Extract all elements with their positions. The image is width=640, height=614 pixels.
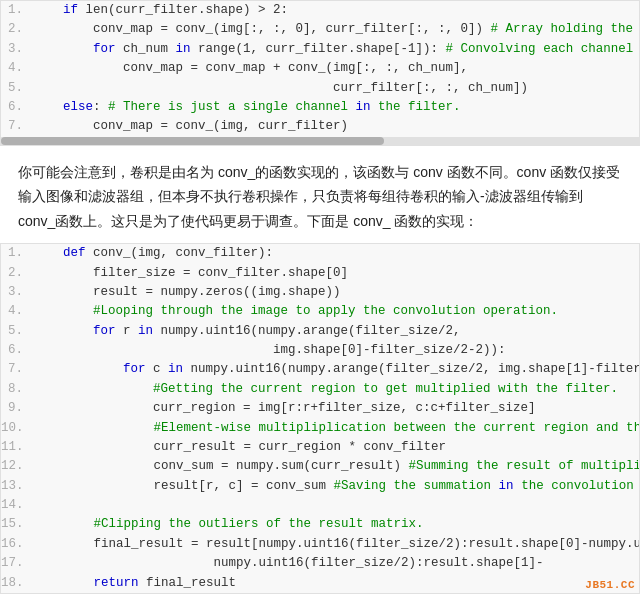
line-number: 4. xyxy=(1,302,33,321)
line-content: curr_filter[:, :, ch_num]) xyxy=(33,79,528,98)
line-content: #Element-wise multipliplication between … xyxy=(34,419,640,438)
line-number: 5. xyxy=(1,79,33,98)
code-line: 6. else: # There is just a single channe… xyxy=(1,98,639,117)
line-number: 13. xyxy=(1,477,34,496)
code-line: 14. xyxy=(1,496,639,515)
line-number: 14. xyxy=(1,496,34,515)
code-line: 5. curr_filter[:, :, ch_num]) xyxy=(1,79,639,98)
line-content: for ch_num in range(1, curr_filter.shape… xyxy=(33,40,640,59)
line-number: 17. xyxy=(1,554,34,573)
line-content: curr_region = img[r:r+filter_size, c:c+f… xyxy=(33,399,536,418)
code-line: 13. result[r, c] = conv_sum #Saving the … xyxy=(1,477,639,496)
bottom-code-block: 1. def conv_(img, conv_filter):2. filter… xyxy=(0,243,640,594)
line-content: for r in numpy.uint16(numpy.arange(filte… xyxy=(33,322,461,341)
line-content: if len(curr_filter.shape) > 2: xyxy=(33,1,288,20)
code-line: 17. numpy.uint16(filter_size/2):result.s… xyxy=(1,554,639,573)
code-line: 10. #Element-wise multipliplication betw… xyxy=(1,419,639,438)
code-line: 9. curr_region = img[r:r+filter_size, c:… xyxy=(1,399,639,418)
code-line: 8. #Getting the current region to get mu… xyxy=(1,380,639,399)
line-content: conv_map = conv_map + conv_(img[:, :, ch… xyxy=(33,59,468,78)
code-line: 3. for ch_num in range(1, curr_filter.sh… xyxy=(1,40,639,59)
line-number: 8. xyxy=(1,380,33,399)
line-content: img.shape[0]-filter_size/2-2)): xyxy=(33,341,506,360)
code-line: 7. conv_map = conv_(img, curr_filter) xyxy=(1,117,639,136)
line-number: 3. xyxy=(1,40,33,59)
line-content: final_result = result[numpy.uint16(filte… xyxy=(34,535,640,554)
line-number: 6. xyxy=(1,98,33,117)
bottom-code-lines: 1. def conv_(img, conv_filter):2. filter… xyxy=(1,244,639,593)
line-content: conv_map = conv_(img[:, :, 0], curr_filt… xyxy=(33,20,640,39)
line-number: 9. xyxy=(1,399,33,418)
line-content: conv_map = conv_(img, curr_filter) xyxy=(33,117,348,136)
line-number: 1. xyxy=(1,244,33,263)
line-content: curr_result = curr_region * conv_filter xyxy=(34,438,447,457)
code-line: 6. img.shape[0]-filter_size/2-2)): xyxy=(1,341,639,360)
line-number: 7. xyxy=(1,360,33,379)
code-line: 4. conv_map = conv_map + conv_(img[:, :,… xyxy=(1,59,639,78)
top-scrollbar[interactable] xyxy=(1,137,639,145)
line-content: return final_result xyxy=(34,574,237,593)
line-number: 15. xyxy=(1,515,34,534)
line-number: 1. xyxy=(1,1,33,20)
code-line: 11. curr_result = curr_region * conv_fil… xyxy=(1,438,639,457)
line-content: conv_sum = numpy.sum(curr_result) #Summi… xyxy=(34,457,640,476)
code-line: 12. conv_sum = numpy.sum(curr_result) #S… xyxy=(1,457,639,476)
line-content: filter_size = conv_filter.shape[0] xyxy=(33,264,348,283)
code-line: 18. return final_result xyxy=(1,574,639,593)
line-number: 5. xyxy=(1,322,33,341)
line-content: #Clipping the outliers of the result mat… xyxy=(34,515,424,534)
code-line: 5. for r in numpy.uint16(numpy.arange(fi… xyxy=(1,322,639,341)
line-number: 16. xyxy=(1,535,34,554)
prose-section: 你可能会注意到，卷积是由名为 conv_的函数实现的，该函数与 conv 函数不… xyxy=(0,146,640,244)
line-number: 4. xyxy=(1,59,33,78)
code-line: 2. filter_size = conv_filter.shape[0] xyxy=(1,264,639,283)
code-line: 3. result = numpy.zeros((img.shape)) xyxy=(1,283,639,302)
line-number: 2. xyxy=(1,20,33,39)
line-content: #Looping through the image to apply the … xyxy=(33,302,558,321)
line-content: for c in numpy.uint16(numpy.arange(filte… xyxy=(33,360,640,379)
code-line: 1. def conv_(img, conv_filter): xyxy=(1,244,639,263)
prose-text: 你可能会注意到，卷积是由名为 conv_的函数实现的，该函数与 conv 函数不… xyxy=(18,164,620,229)
code-line: 1. if len(curr_filter.shape) > 2: xyxy=(1,1,639,20)
line-number: 2. xyxy=(1,264,33,283)
code-line: 16. final_result = result[numpy.uint16(f… xyxy=(1,535,639,554)
line-number: 7. xyxy=(1,117,33,136)
line-number: 3. xyxy=(1,283,33,302)
code-line: 2. conv_map = conv_(img[:, :, 0], curr_f… xyxy=(1,20,639,39)
line-number: 10. xyxy=(1,419,34,438)
line-content: result[r, c] = conv_sum #Saving the summ… xyxy=(34,477,640,496)
line-number: 18. xyxy=(1,574,34,593)
line-number: 11. xyxy=(1,438,34,457)
line-content: #Getting the current region to get multi… xyxy=(33,380,618,399)
code-line: 7. for c in numpy.uint16(numpy.arange(fi… xyxy=(1,360,639,379)
line-number: 12. xyxy=(1,457,34,476)
line-content: def conv_(img, conv_filter): xyxy=(33,244,273,263)
top-scrollbar-thumb[interactable] xyxy=(1,137,384,145)
line-number: 6. xyxy=(1,341,33,360)
code-line: 15. #Clipping the outliers of the result… xyxy=(1,515,639,534)
code-line: 4. #Looping through the image to apply t… xyxy=(1,302,639,321)
line-content: else: # There is just a single channel i… xyxy=(33,98,461,117)
line-content: result = numpy.zeros((img.shape)) xyxy=(33,283,341,302)
top-code-block: 1. if len(curr_filter.shape) > 2:2. conv… xyxy=(0,0,640,146)
line-content: numpy.uint16(filter_size/2):result.shape… xyxy=(34,554,544,573)
top-code-lines: 1. if len(curr_filter.shape) > 2:2. conv… xyxy=(1,1,639,137)
